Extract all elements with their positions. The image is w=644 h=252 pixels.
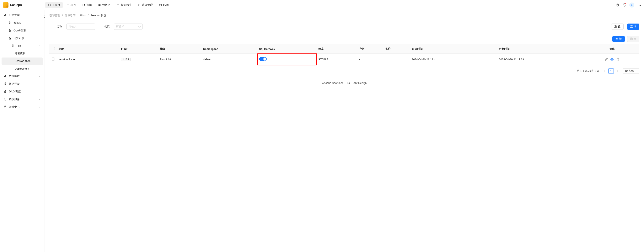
avatar[interactable]: s — [629, 3, 634, 8]
col-exception: 异常 — [358, 44, 384, 54]
svg-point-69 — [612, 59, 612, 60]
sidebar-flink[interactable]: Flink — [2, 43, 43, 49]
sidebar-data-integration[interactable]: 数据集成 — [2, 73, 43, 80]
svg-point-67 — [4, 98, 6, 99]
nav-label: 数据标准 — [121, 3, 132, 7]
nav-system[interactable]: 系统管理 — [135, 2, 156, 8]
col-flink: Flink — [120, 44, 158, 54]
sidebar-datalake[interactable]: 数据湖 — [2, 19, 43, 27]
svg-rect-53 — [5, 83, 6, 83]
logo[interactable]: Scaleph — [3, 2, 45, 8]
col-actions: 操作 — [584, 44, 639, 54]
github-icon[interactable] — [347, 81, 350, 85]
svg-rect-11 — [5, 14, 6, 15]
list-icon — [116, 4, 120, 7]
svg-rect-25 — [10, 29, 10, 30]
breadcrumb-item[interactable]: Flink — [80, 14, 86, 17]
svg-rect-12 — [4, 16, 5, 16]
row-actions — [586, 58, 638, 61]
next-page-icon[interactable] — [615, 68, 620, 74]
table-row: sessioncluster 1.18.1 flink:1.18 default… — [49, 54, 639, 65]
delete-button[interactable]: 删 除 — [627, 36, 639, 42]
cluster-table: 名称 Flink 镜像 Namespace Sql Gateway 状态 异常 … — [49, 44, 639, 65]
col-namespace: Namespace — [202, 44, 258, 54]
search-button[interactable]: 查 询 — [627, 24, 639, 30]
svg-rect-20 — [10, 23, 11, 24]
name-input[interactable] — [66, 24, 95, 30]
svg-point-68 — [4, 106, 6, 107]
svg-rect-19 — [9, 23, 10, 24]
cell-created: 2024-04-30 21:14:41 — [410, 54, 498, 65]
breadcrumb-item[interactable]: 引擎管理 — [49, 14, 60, 17]
sidebar-data-dev[interactable]: 数据开发 — [2, 80, 43, 88]
top-nav: 工作台 项目 资源 元数据 数据标准 系统管理 OAM — [45, 2, 616, 8]
language-icon[interactable] — [638, 4, 641, 7]
sidebar-deploy-template[interactable]: 部署模板 — [2, 50, 43, 57]
svg-rect-39 — [12, 45, 13, 45]
nav-metadata[interactable]: 元数据 — [95, 2, 113, 8]
gateway-switch[interactable] — [259, 57, 267, 61]
nav-resource[interactable]: 资源 — [80, 2, 94, 8]
cell-image: flink:1.18 — [158, 54, 202, 65]
row-checkbox[interactable] — [52, 58, 55, 61]
cube-icon — [48, 4, 51, 7]
svg-rect-61 — [4, 92, 5, 93]
chevron-down-icon — [38, 22, 41, 24]
nav-project[interactable]: 项目 — [64, 2, 79, 8]
select-all-checkbox[interactable] — [52, 47, 55, 50]
sidebar-compute[interactable]: 计算引擎 — [2, 35, 43, 42]
svg-rect-32 — [10, 37, 10, 38]
nav-oam[interactable]: OAM — [156, 2, 172, 8]
sidebar-label: 数据集成 — [9, 75, 38, 78]
status-select[interactable]: 请选择 — [114, 24, 143, 30]
reset-button[interactable]: 重 置 — [611, 24, 624, 30]
sidebar-olap[interactable]: OLAP引擎 — [2, 27, 43, 34]
footer-seatunnel[interactable]: Apache Seatunnel — [322, 81, 344, 85]
nav-standard[interactable]: 数据标准 — [114, 2, 134, 8]
notification-dot — [625, 3, 626, 4]
sidebar: 引擎管理 数据湖 OLAP引擎 计算引擎 Flink 部署模板 Session … — [0, 10, 45, 252]
page-1[interactable]: 1 — [608, 68, 614, 74]
sitemap-icon — [8, 22, 12, 25]
chevron-up-icon — [38, 37, 41, 40]
chevron-down-icon — [38, 83, 41, 85]
svg-rect-47 — [4, 76, 5, 77]
page-size-select[interactable]: 10 条/页 — [622, 68, 639, 74]
sidebar-engine-mgmt[interactable]: 引擎管理 — [2, 12, 43, 19]
chevron-down-icon — [38, 30, 41, 32]
sidebar-session-cluster[interactable]: Session 集群 — [2, 58, 43, 65]
sidebar-label: 数据湖 — [14, 21, 38, 25]
cell-status: STABLE — [317, 54, 358, 65]
svg-rect-7 — [160, 4, 162, 6]
collapse-sidebar-icon[interactable] — [42, 16, 45, 19]
chevron-down-icon — [38, 75, 41, 77]
breadcrumb-item[interactable]: 计算引擎 — [65, 14, 76, 17]
sitemap-icon — [4, 75, 7, 78]
nav-workbench[interactable]: 工作台 — [45, 2, 63, 8]
header: Scaleph 工作台 项目 资源 元数据 数据标准 系统管理 OAM — [0, 0, 644, 10]
footer: Apache Seatunnel Ant Design — [49, 77, 639, 89]
sidebar-ops[interactable]: 运维中心 — [2, 103, 43, 111]
database-icon — [4, 98, 7, 101]
notification-icon[interactable] — [622, 3, 626, 7]
sitemap-icon — [8, 29, 12, 32]
sidebar-dag[interactable]: DAG 调度 — [2, 88, 43, 95]
edit-icon[interactable] — [605, 58, 608, 61]
sidebar-deployment[interactable]: Deployment — [2, 65, 43, 72]
nav-label: 资源 — [86, 3, 92, 7]
svg-rect-46 — [5, 75, 6, 76]
folder-icon — [66, 4, 70, 7]
prev-page-icon[interactable] — [602, 68, 607, 74]
sitemap-icon — [8, 37, 12, 40]
add-button[interactable]: 新 增 — [612, 36, 625, 42]
sidebar-data-service[interactable]: 数据服务 — [2, 96, 43, 103]
col-status: 状态 — [317, 44, 358, 54]
footer-antd[interactable]: Ant Design — [354, 81, 366, 85]
help-icon[interactable] — [616, 4, 619, 7]
view-icon[interactable] — [610, 58, 614, 61]
svg-rect-0 — [67, 4, 69, 6]
cell-name: sessioncluster — [57, 54, 120, 65]
sidebar-label: 运维中心 — [9, 105, 38, 109]
sidebar-label: OLAP引擎 — [14, 29, 38, 33]
delete-icon[interactable] — [616, 58, 619, 61]
